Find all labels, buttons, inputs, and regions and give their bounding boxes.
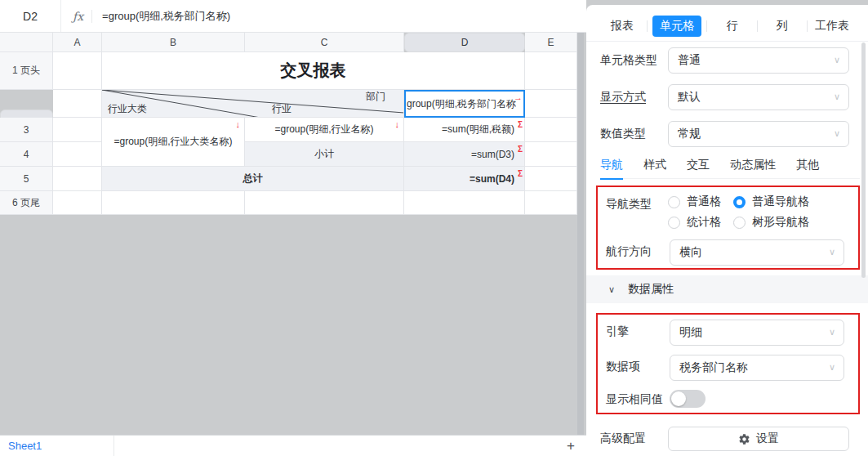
cell-a3[interactable] bbox=[53, 118, 102, 142]
display-mode-label: 显示方式 bbox=[600, 90, 668, 105]
sheet-tab[interactable]: Sheet1 bbox=[0, 436, 114, 456]
advanced-settings-button[interactable]: 设置 bbox=[668, 427, 849, 451]
divider bbox=[586, 41, 868, 42]
add-sheet-button[interactable]: + bbox=[567, 436, 575, 456]
corner-select-all[interactable] bbox=[0, 33, 53, 52]
number-type-select[interactable]: 常规 ∨ bbox=[668, 121, 849, 147]
radio-icon bbox=[733, 217, 746, 229]
nav-direction-value: 横向 bbox=[679, 245, 702, 260]
divider bbox=[91, 10, 92, 23]
grid-vertical-scrollbar[interactable] bbox=[577, 33, 584, 435]
number-type-label: 数值类型 bbox=[600, 127, 668, 141]
data-attributes-section-header[interactable]: ∨ 数据属性 bbox=[586, 275, 868, 303]
settings-button-label: 设置 bbox=[756, 431, 779, 446]
radio-label: 普通格 bbox=[687, 194, 721, 209]
cell-a4[interactable] bbox=[53, 142, 102, 167]
sum-marker: Σ bbox=[518, 170, 523, 178]
cell-e4[interactable] bbox=[525, 142, 577, 167]
cell-b3-b4-merged[interactable]: =group(明细,行业大类名称) ↓ bbox=[102, 118, 245, 167]
chevron-down-icon: ∨ bbox=[834, 128, 840, 139]
cell-type-label: 单元格类型 bbox=[600, 53, 668, 68]
radio-stat-cell[interactable]: 统计格 bbox=[668, 215, 721, 230]
cell-d5-text: =sum(D4) bbox=[470, 173, 514, 185]
row-header-6[interactable]: 6 页尾 bbox=[0, 191, 53, 215]
panel-sub-tabs: 导航 样式 交互 动态属性 其他 bbox=[600, 154, 860, 179]
cell-e1[interactable] bbox=[525, 52, 577, 90]
engine-select[interactable]: 明细 ∨ bbox=[670, 320, 844, 346]
row-header-1[interactable]: 1 页头 bbox=[0, 52, 53, 90]
display-mode-select[interactable]: 默认 ∨ bbox=[668, 84, 849, 110]
sum-marker: Σ bbox=[518, 145, 523, 154]
cell-a6[interactable] bbox=[53, 191, 102, 215]
divider bbox=[647, 20, 648, 32]
radio-icon bbox=[668, 196, 680, 208]
cell-e5[interactable] bbox=[525, 167, 577, 191]
cell-reference-box[interactable]: D2 bbox=[0, 0, 61, 32]
cell-d6[interactable] bbox=[404, 191, 525, 215]
nav-direction-select[interactable]: 横向 ∨ bbox=[670, 239, 844, 266]
row-header-5[interactable]: 5 bbox=[0, 167, 53, 191]
cell-e2[interactable] bbox=[525, 90, 577, 118]
engine-label: 引擎 bbox=[606, 324, 629, 339]
col-header-c[interactable]: C bbox=[245, 33, 404, 52]
radio-normal-cell[interactable]: 普通格 bbox=[668, 194, 721, 209]
col-header-d[interactable]: D bbox=[404, 33, 525, 52]
show-same-value-toggle[interactable] bbox=[670, 390, 706, 408]
gear-icon bbox=[738, 433, 750, 445]
tab-cell[interactable]: 单元格 bbox=[652, 16, 701, 37]
cell-diagonal-b2-c2[interactable]: 行业大类 行业 部门 bbox=[102, 90, 404, 118]
chevron-down-icon: ∨ bbox=[834, 55, 840, 65]
fx-icon: ƒx bbox=[73, 10, 83, 23]
tab-row[interactable]: 行 bbox=[707, 16, 756, 37]
radio-normal-nav-cell[interactable]: 普通导航格 bbox=[733, 194, 809, 209]
cell-c4[interactable]: 小计 bbox=[245, 142, 404, 167]
tab-report[interactable]: 报表 bbox=[598, 16, 647, 37]
panel-scrollbar[interactable] bbox=[861, 42, 866, 278]
cell-c3[interactable]: =group(明细,行业名称) ↓ bbox=[245, 118, 404, 142]
row-header-4[interactable]: 4 bbox=[0, 142, 53, 167]
section-title: 数据属性 bbox=[628, 282, 674, 297]
cell-a5[interactable] bbox=[53, 167, 102, 191]
subtab-navigation[interactable]: 导航 bbox=[600, 158, 623, 174]
col-header-e[interactable]: E bbox=[525, 33, 577, 52]
cell-c6[interactable] bbox=[245, 191, 404, 215]
cell-d3-text: =sum(明细,税额) bbox=[442, 123, 514, 136]
cell-d2-text: group(明细,税务部门名称 bbox=[407, 97, 516, 111]
cell-b5-c5-merged[interactable]: 总计 bbox=[102, 167, 404, 191]
cell-type-select[interactable]: 普通 ∨ bbox=[668, 47, 849, 74]
row-header-3[interactable]: 3 bbox=[0, 118, 53, 142]
cell-a2[interactable] bbox=[53, 90, 102, 118]
radio-label: 普通导航格 bbox=[752, 194, 809, 209]
subtab-style[interactable]: 样式 bbox=[643, 158, 666, 174]
cell-type-value: 普通 bbox=[678, 53, 701, 68]
display-mode-value: 默认 bbox=[678, 90, 701, 105]
cell-e3[interactable] bbox=[525, 118, 577, 142]
cell-a1[interactable] bbox=[53, 52, 102, 90]
engine-value: 明细 bbox=[679, 325, 702, 340]
number-type-value: 常规 bbox=[678, 127, 701, 141]
cell-e6[interactable] bbox=[525, 191, 577, 215]
cell-b6[interactable] bbox=[102, 191, 245, 215]
cell-d3[interactable]: =sum(明细,税额) Σ bbox=[404, 118, 525, 142]
cell-title-b1-d1[interactable]: 交叉报表 bbox=[102, 52, 525, 90]
cell-d4[interactable]: =sum(D3) Σ bbox=[404, 142, 525, 167]
tab-worksheet[interactable]: 工作表 bbox=[808, 16, 857, 37]
subtab-interaction[interactable]: 交互 bbox=[687, 158, 710, 174]
subtab-other[interactable]: 其他 bbox=[796, 158, 819, 174]
expand-down-marker: ↓ bbox=[236, 120, 241, 129]
tab-column[interactable]: 列 bbox=[758, 16, 807, 37]
radio-tree-nav-cell[interactable]: 树形导航格 bbox=[733, 215, 809, 230]
cell-d5[interactable]: =sum(D4) Σ bbox=[404, 167, 525, 191]
cell-c3-text: =group(明细,行业名称) bbox=[274, 123, 373, 136]
radio-label: 树形导航格 bbox=[752, 215, 809, 230]
radio-icon bbox=[668, 217, 680, 229]
chevron-down-icon: ∨ bbox=[608, 284, 615, 295]
data-item-select[interactable]: 税务部门名称 ∨ bbox=[670, 355, 844, 381]
cell-d2-selected[interactable]: group(明细,税务部门名称 → bbox=[404, 90, 525, 118]
radio-checked-icon bbox=[733, 196, 746, 208]
col-header-b[interactable]: B bbox=[102, 33, 245, 52]
advanced-config-label: 高级配置 bbox=[600, 431, 668, 446]
subtab-dynamic-props[interactable]: 动态属性 bbox=[730, 158, 776, 174]
col-header-a[interactable]: A bbox=[53, 33, 102, 52]
formula-input[interactable]: =group(明细,税务部门名称) bbox=[102, 9, 230, 24]
